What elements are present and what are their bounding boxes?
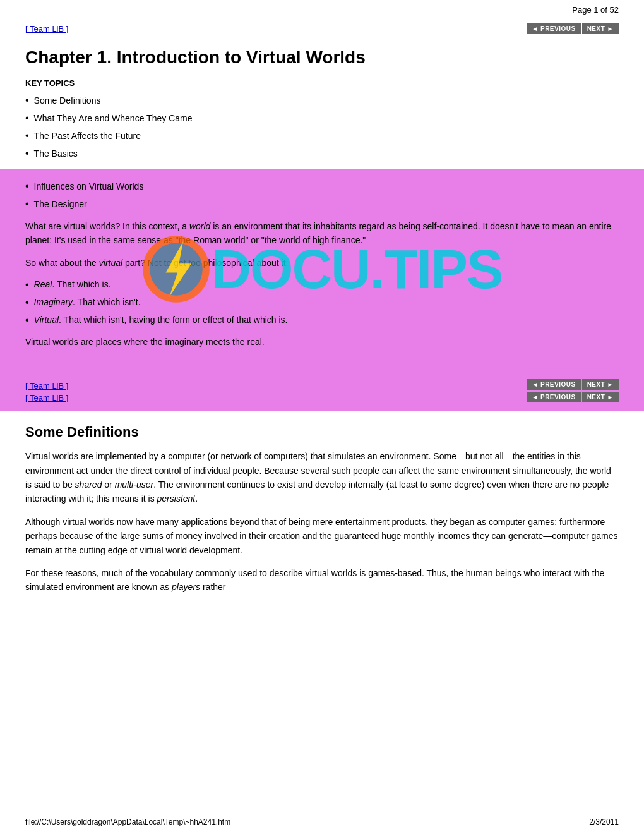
footer-filepath: file://C:\Users\golddragon\AppData\Local…: [25, 818, 230, 826]
prev-button-bottom-2[interactable]: ◄ PREVIOUS: [527, 392, 580, 402]
italic-virtual: virtual: [99, 258, 122, 268]
bottom-lib-links: [ Team LiB ] [ Team LiB ]: [25, 381, 68, 402]
team-lib-link-bottom-2[interactable]: [ Team LiB ]: [25, 393, 68, 402]
italic-persistent: persistent: [157, 493, 196, 504]
list-item: The Basics: [25, 148, 619, 159]
next-button-bottom-2[interactable]: NEXT ►: [582, 392, 619, 402]
conclusion-paragraph: Virtual worlds are places where the imag…: [25, 335, 619, 349]
list-item: The Past Affects the Future: [25, 131, 619, 141]
intro-paragraph: What are virtual worlds? In this context…: [25, 219, 619, 248]
list-item: What They Are and Whence They Came: [25, 113, 619, 123]
key-topics-label: KEY TOPICS: [25, 78, 619, 88]
content-area: Chapter 1. Introduction to Virtual World…: [0, 40, 644, 616]
bottom-nav-row-2: ◄ PREVIOUS NEXT ►: [527, 392, 619, 402]
bottom-nav-row-1: ◄ PREVIOUS NEXT ►: [527, 379, 619, 390]
italic-players: players: [172, 582, 200, 592]
page-info: Page 1 of 52: [572, 5, 619, 15]
bullet-real: Real. That which is.: [25, 279, 619, 291]
some-def-para2: Although virtual worlds now have many ap…: [25, 515, 619, 557]
watermark-section: DOCU.TIPS Influences on Virtual Worlds T…: [0, 169, 644, 371]
footer-date: 2/3/2011: [589, 818, 619, 826]
italic-virtual2: Virtual: [34, 315, 59, 325]
page-footer: file://C:\Users\golddragon\AppData\Local…: [25, 818, 619, 826]
italic-real: Real: [34, 279, 52, 289]
bullet-imaginary: Imaginary. That which isn't.: [25, 297, 619, 308]
virtual-part-paragraph: So what about the virtual part? Not to g…: [25, 256, 619, 270]
prev-button-top[interactable]: ◄ PREVIOUS: [527, 23, 580, 34]
italic-imaginary: Imaginary: [34, 297, 73, 307]
bottom-nav-buttons: ◄ PREVIOUS NEXT ► ◄ PREVIOUS NEXT ►: [527, 379, 619, 402]
some-def-para3: For these reasons, much of the vocabular…: [25, 566, 619, 595]
topics-list-pink: Influences on Virtual Worlds The Designe…: [25, 181, 619, 209]
chapter-title: Chapter 1. Introduction to Virtual World…: [25, 47, 619, 68]
list-item: The Designer: [25, 199, 619, 209]
top-nav: [ Team LiB ] ◄ PREVIOUS NEXT ►: [0, 17, 644, 40]
team-lib-link-top[interactable]: [ Team LiB ]: [25, 24, 68, 33]
bullet-virtual: Virtual. That which isn't, having the fo…: [25, 315, 619, 326]
next-button-top[interactable]: NEXT ►: [582, 23, 619, 34]
italic-multi-user: multi-user: [115, 480, 153, 490]
nav-buttons-top: ◄ PREVIOUS NEXT ►: [527, 23, 619, 34]
bottom-nav-section: [ Team LiB ] [ Team LiB ] ◄ PREVIOUS NEX…: [0, 370, 644, 411]
some-def-para1: Virtual worlds are implemented by a comp…: [25, 449, 619, 506]
italic-world: world: [189, 221, 210, 231]
next-button-bottom-1[interactable]: NEXT ►: [582, 379, 619, 390]
some-definitions-title: Some Definitions: [25, 424, 619, 440]
team-lib-link-bottom-1[interactable]: [ Team LiB ]: [25, 381, 68, 390]
topics-list: Some Definitions What They Are and Whenc…: [25, 95, 619, 159]
italic-shared: shared: [75, 480, 102, 490]
list-item: Influences on Virtual Worlds: [25, 181, 619, 191]
list-item: Some Definitions: [25, 95, 619, 106]
page-header: Page 1 of 52: [0, 0, 644, 17]
prev-button-bottom-1[interactable]: ◄ PREVIOUS: [527, 379, 580, 390]
